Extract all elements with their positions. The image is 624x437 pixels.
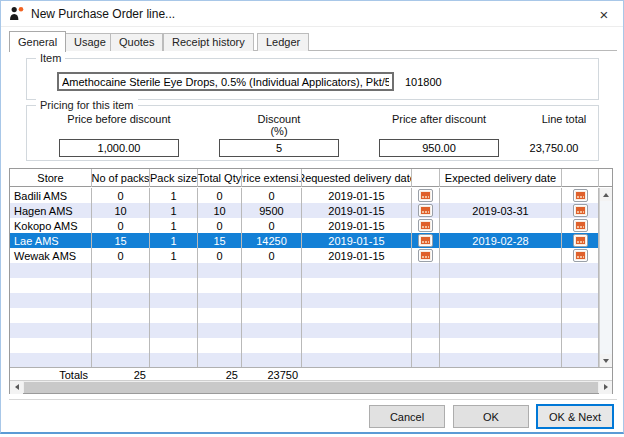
pack-size-cell: 1 [150,188,198,203]
item-legend: Item [36,52,65,64]
col-header-price-ext[interactable]: Price extensi... [242,169,302,187]
total-qty-cell: 0 [198,188,242,203]
calendar-icon[interactable] [418,249,433,262]
calendar-icon[interactable] [573,249,588,262]
col-header-exp-cal [562,169,599,187]
vertical-scrollbar[interactable] [599,188,612,367]
store-cell: Hagen AMS [10,203,92,218]
calendar-icon[interactable] [418,219,433,232]
line-total-value: 23,750.00 [494,142,614,154]
calendar-icon[interactable] [418,234,433,247]
packs-cell[interactable]: 0 [92,188,150,203]
scroll-down-icon[interactable] [600,354,612,367]
scrollbar-thumb[interactable] [24,382,598,393]
req-date-cell[interactable]: 2019-01-15 [302,248,412,263]
calendar-icon[interactable] [573,204,588,217]
price-before-discount-input[interactable] [59,139,179,157]
exp-date-cell[interactable] [440,248,562,263]
exp-date-cell[interactable]: 2019-03-31 [440,203,562,218]
scroll-up-icon[interactable] [600,188,612,201]
ok-and-next-button[interactable]: OK & Next [537,405,613,428]
close-icon[interactable]: × [595,5,613,23]
calendar-icon[interactable] [573,234,588,247]
pack-size-cell: 1 [150,218,198,233]
discount-label: Discount [209,113,349,125]
exp-date-cell[interactable] [440,218,562,233]
panel-separator [9,399,617,400]
table-row[interactable]: Wewak AMS 0 1 0 0 2019-01-15 [10,248,599,263]
col-header-store[interactable]: Store [10,169,92,187]
line-total-label: Line total [494,113,624,125]
title-bar: New Purchase Order line... × [1,1,623,27]
exp-date-cell[interactable]: 2019-02-28 [440,233,562,248]
tab-ledger[interactable]: Ledger [257,33,309,51]
req-date-cell[interactable]: 2019-01-15 [302,233,412,248]
packs-cell[interactable]: 0 [92,218,150,233]
pricing-legend: Pricing for this item [36,99,138,111]
req-date-cell[interactable]: 2019-01-15 [302,188,412,203]
empty-row [10,263,599,278]
col-header-exp-date[interactable]: Expected delivery date [440,169,562,187]
table-body: Badili AMS 0 1 0 0 2019-01-15 Hagen AMS … [10,188,599,368]
packs-cell[interactable]: 0 [92,248,150,263]
table-row[interactable]: Badili AMS 0 1 0 0 2019-01-15 [10,188,599,203]
discount-input[interactable] [219,139,339,157]
tab-quotes[interactable]: Quotes [110,33,163,51]
col-header-req-cal [412,169,440,187]
calendar-icon[interactable] [573,189,588,202]
item-section: Item 101800 [26,58,599,100]
total-qty-cell: 0 [198,248,242,263]
packs-cell[interactable]: 10 [92,203,150,218]
store-cell: Badili AMS [10,188,92,203]
table-row[interactable]: Kokopo AMS 0 1 0 0 2019-01-15 [10,218,599,233]
table-row[interactable]: Hagen AMS 10 1 10 9500 2019-01-15 2019-0… [10,203,599,218]
tab-general[interactable]: General [9,31,66,52]
scroll-right-icon[interactable] [599,381,612,394]
col-header-pack-size[interactable]: Pack size [150,169,198,187]
calendar-icon[interactable] [418,189,433,202]
req-date-cell[interactable]: 2019-01-15 [302,203,412,218]
person-icon [9,6,24,21]
store-order-table: Store No of packs Pack size Total Qty Pr… [9,168,613,394]
totals-row: Totals 25 25 23750 [10,367,612,381]
price-ext-cell: 14250 [242,233,302,248]
horizontal-scrollbar[interactable] [10,380,612,393]
price-ext-cell: 0 [242,188,302,203]
pricing-section: Pricing for this item Price before disco… [26,105,599,161]
empty-row [10,323,599,338]
price-ext-cell: 9500 [242,203,302,218]
item-name-input[interactable] [57,72,394,91]
col-header-packs[interactable]: No of packs [92,169,150,187]
exp-date-cell[interactable] [440,188,562,203]
store-cell: Wewak AMS [10,248,92,263]
col-header-total-qty[interactable]: Total Qty [198,169,242,187]
col-header-req-date[interactable]: Requested delivery date [302,169,412,187]
scroll-left-icon[interactable] [10,381,23,394]
price-before-discount-label: Price before discount [49,113,189,125]
empty-row [10,293,599,308]
cancel-button[interactable]: Cancel [369,405,445,428]
empty-row [10,308,599,323]
price-after-discount-input[interactable] [379,139,499,157]
pack-size-cell: 1 [150,233,198,248]
calendar-icon[interactable] [573,219,588,232]
item-code: 101800 [405,76,442,88]
tab-strip: General Usage Quotes Receipt history Led… [9,31,617,51]
tab-usage[interactable]: Usage [65,33,115,51]
tab-receipt-history[interactable]: Receipt history [163,33,254,51]
table-header-row: Store No of packs Pack size Total Qty Pr… [10,169,612,187]
store-cell: Kokopo AMS [10,218,92,233]
discount-percent-label: (%) [209,125,349,137]
empty-row [10,353,599,368]
ok-button[interactable]: OK [453,405,529,428]
window-title: New Purchase Order line... [31,7,175,21]
table-row-selected[interactable]: Lae AMS 15 1 15 14250 2019-01-15 2019-02… [10,233,599,248]
packs-cell[interactable]: 15 [92,233,150,248]
col-header-filler [599,169,612,187]
dialog-window: New Purchase Order line... × General Usa… [0,0,624,434]
store-cell: Lae AMS [10,233,92,248]
price-after-discount-label: Price after discount [369,113,509,125]
pack-size-cell: 1 [150,203,198,218]
req-date-cell[interactable]: 2019-01-15 [302,218,412,233]
calendar-icon[interactable] [418,204,433,217]
